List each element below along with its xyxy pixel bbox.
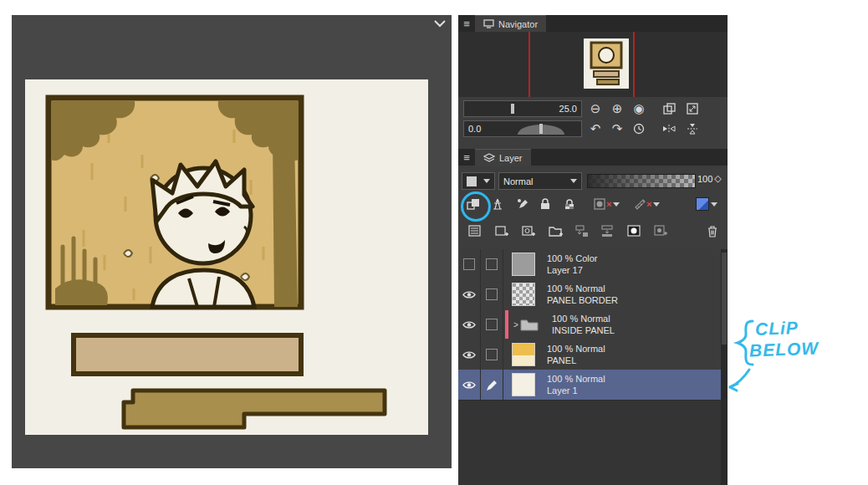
layer-row-layer17[interactable]: 100 %Color Layer 17 — [458, 249, 721, 280]
reset-rotation-button[interactable] — [629, 120, 649, 138]
tab-layer[interactable]: Layer — [475, 149, 531, 166]
visibility-cell[interactable] — [458, 309, 481, 340]
preview-guide-right — [633, 32, 635, 97]
layer-menu-icon[interactable]: ≡ — [458, 151, 475, 164]
rotate-right-icon: ↷ — [612, 121, 623, 136]
thumbnail-cell[interactable] — [503, 370, 544, 400]
right-panel: ≡ Navigator 25.0 ⊖ ⊕ ◉ — [458, 15, 728, 485]
zoom-slider-handle[interactable] — [511, 104, 514, 114]
visibility-cell[interactable] — [458, 279, 481, 309]
new-raster-layer-button[interactable] — [495, 221, 509, 241]
reference-layer-button[interactable] — [492, 194, 503, 214]
eye-icon[interactable] — [462, 320, 476, 329]
zoom-out-button[interactable]: ⊖ — [585, 100, 605, 118]
zoom-reset-button[interactable]: ◉ — [629, 100, 649, 118]
layer-info: 100 %Normal INSIDE PANEL — [552, 313, 615, 336]
layer-row-layer1-selected[interactable]: 100 %Normal Layer 1 — [458, 370, 721, 401]
delete-layer-button[interactable] — [707, 221, 718, 241]
collapse-chevron-icon[interactable] — [433, 19, 447, 28]
new-vector-layer-button[interactable] — [522, 221, 536, 241]
thumbnail-cell[interactable] — [503, 340, 544, 370]
zoom-out-icon: ⊖ — [590, 101, 601, 116]
visibility-cell[interactable] — [458, 370, 481, 400]
layer-thumbnail — [512, 343, 535, 366]
layer-info: 100 %Color Layer 17 — [547, 253, 598, 276]
thumbnail-cell[interactable] — [503, 279, 544, 309]
zoom-slider[interactable]: 25.0 — [463, 100, 582, 117]
edit-cell[interactable] — [481, 340, 503, 370]
rotate-left-icon: ↶ — [590, 121, 601, 136]
layer-color-button[interactable] — [696, 194, 717, 214]
visibility-checkbox[interactable] — [463, 258, 475, 270]
flip-horizontal-button[interactable] — [659, 120, 679, 138]
annotation-text-line2: BELOW — [749, 339, 819, 361]
edit-cell[interactable] — [481, 249, 503, 279]
navigator-menu-icon[interactable]: ≡ — [458, 18, 475, 30]
opacity-slider[interactable] — [587, 174, 696, 188]
rotate-left-button[interactable]: ↶ — [585, 120, 605, 138]
draft-layer-button[interactable] — [517, 194, 528, 214]
thumbnail-cell[interactable] — [503, 249, 544, 279]
folder-icon — [520, 318, 539, 331]
visibility-cell[interactable] — [458, 340, 481, 370]
fit-to-screen-button[interactable] — [682, 100, 702, 118]
ruler-button[interactable]: × — [634, 194, 660, 214]
layer-row-panel[interactable]: 100 %Normal PANEL — [458, 340, 721, 370]
merge-with-lower-layer-button[interactable] — [600, 221, 614, 241]
folder-expander[interactable]: > — [513, 320, 518, 329]
tab-layer-label: Layer — [499, 153, 523, 163]
edit-checkbox[interactable] — [486, 319, 498, 330]
apply-mask-button[interactable] — [654, 221, 668, 241]
canvas-area[interactable] — [12, 15, 452, 468]
layer-header: ≡ Layer — [458, 149, 728, 166]
edit-cell[interactable] — [481, 279, 503, 309]
reference-layer-icon — [492, 198, 503, 210]
new-vector-layer-icon — [522, 225, 536, 237]
flip-vertical-icon — [687, 123, 698, 135]
opacity-spinner[interactable]: 100 ◇ — [697, 173, 722, 184]
layer-name: PANEL — [547, 355, 605, 366]
clip-to-layer-below-button[interactable] — [467, 194, 480, 214]
lock-transparent-pixels-button[interactable] — [564, 194, 575, 214]
flip-vertical-button[interactable] — [682, 120, 702, 138]
edit-checkbox[interactable] — [486, 288, 498, 300]
tab-navigator[interactable]: Navigator — [475, 15, 546, 33]
new-layer-menu-button[interactable] — [468, 221, 481, 241]
layer-thumbnail — [512, 373, 535, 396]
lock-transparent-pixels-icon — [564, 198, 575, 210]
new-layer-menu-icon — [468, 225, 481, 237]
new-layer-folder-button[interactable] — [549, 221, 564, 241]
layer-row-panel-border[interactable]: 100 %Normal PANEL BORDER — [458, 279, 721, 310]
overlap-view-button[interactable] — [659, 100, 679, 118]
disabled-x-icon: × — [606, 199, 611, 209]
eye-icon[interactable] — [462, 350, 476, 360]
enable-mask-button[interactable]: × — [594, 194, 620, 214]
blend-mode-value: Normal — [503, 176, 533, 186]
zoom-in-button[interactable]: ⊕ — [607, 100, 627, 118]
navigator-preview-area[interactable] — [458, 32, 728, 97]
opacity-value: 100 — [697, 174, 712, 184]
blend-mode-dropdown[interactable]: Normal — [498, 172, 582, 190]
layer-name: Layer 1 — [547, 385, 605, 396]
visibility-cell[interactable] — [458, 249, 481, 279]
layer-row-inside-panel[interactable]: > 100 %Normal INSIDE PANEL — [458, 309, 721, 340]
draft-layer-icon — [517, 198, 528, 210]
transfer-to-lower-layer-button[interactable] — [575, 221, 589, 241]
layer-meta: 100 %Normal — [547, 283, 618, 294]
rotate-slider[interactable]: 0.0 — [463, 120, 582, 137]
rotate-slider-handle[interactable] — [539, 124, 543, 134]
edit-checkbox[interactable] — [486, 258, 498, 270]
create-layer-mask-button[interactable] — [627, 221, 641, 241]
edit-cell[interactable] — [481, 370, 503, 400]
eye-icon[interactable] — [462, 380, 476, 390]
navigator-header: ≡ Navigator — [458, 15, 728, 32]
edit-checkbox[interactable] — [486, 349, 498, 360]
eye-icon[interactable] — [462, 290, 476, 299]
layer-palette-combo[interactable] — [462, 172, 495, 190]
edit-cell[interactable] — [481, 309, 503, 340]
thumbnail-cell[interactable]: > — [503, 309, 549, 340]
fit-to-screen-icon — [687, 103, 698, 115]
lock-layer-button[interactable] — [540, 194, 550, 214]
rotate-value: 0.0 — [468, 124, 481, 134]
rotate-right-button[interactable]: ↷ — [607, 120, 627, 138]
